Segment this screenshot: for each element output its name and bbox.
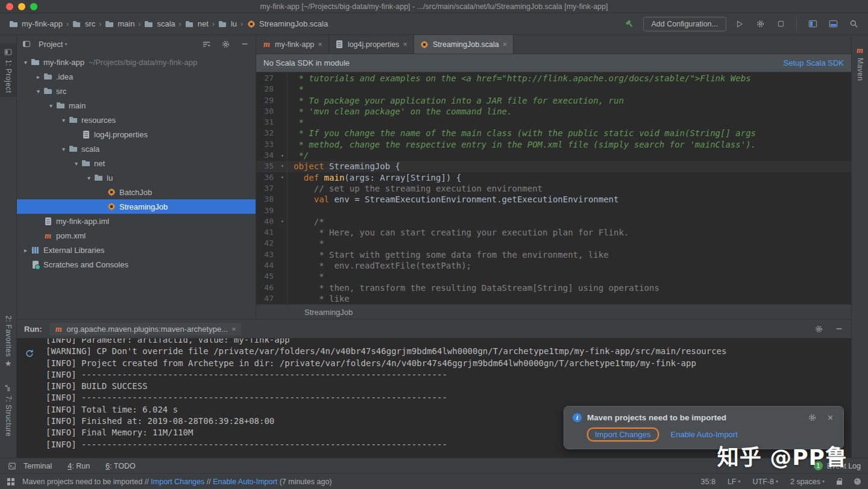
add-configuration-button[interactable]: Add Configuration... xyxy=(643,17,727,31)
breadcrumb-item-lu[interactable]: lu xyxy=(216,18,239,30)
run-configuration-tab[interactable]: org.apache.maven.plugins:maven-archetype… xyxy=(49,323,241,335)
tree-toggle-icon[interactable]: ▾ xyxy=(46,102,56,109)
tree-item-scratches-and-consoles[interactable]: Scratches and Consoles xyxy=(17,257,256,272)
tree-toggle-icon[interactable]: ▾ xyxy=(33,88,43,95)
project-structure-icon[interactable] xyxy=(805,17,820,31)
status-import-changes-link[interactable]: Import Changes xyxy=(151,478,204,486)
editor-tab-streamingjob.scala[interactable]: StreamingJob.scala× xyxy=(414,35,514,54)
code-line-45[interactable]: 45 * xyxy=(256,271,851,282)
code-line-33[interactable]: 33 * method, change the respective entry… xyxy=(256,139,851,150)
minimize-window-button[interactable] xyxy=(18,3,25,10)
tree-item-scala[interactable]: ▾scala xyxy=(17,142,256,156)
import-changes-button[interactable]: Import Changes xyxy=(587,428,659,441)
tree-item-net[interactable]: ▾net xyxy=(17,156,256,170)
breadcrumb-item-src[interactable]: src xyxy=(71,18,97,30)
fold-marker-icon[interactable]: ▾ xyxy=(278,216,288,227)
tree-item-my-fink-app[interactable]: ▾my-fink-app~/Projects/big-data/my-fink-… xyxy=(17,55,256,69)
indent-widget[interactable]: 2 spaces▾ xyxy=(790,478,825,486)
tree-toggle-icon[interactable]: ▾ xyxy=(84,175,94,181)
tab-close-icon[interactable]: × xyxy=(231,325,236,333)
code-line-46[interactable]: 46 * then, transform the resulting DataS… xyxy=(256,282,851,293)
tree-item-batchjob[interactable]: BatchJob xyxy=(17,185,256,199)
code-line-38[interactable]: 38 val env = StreamExecutionEnvironment.… xyxy=(256,194,851,205)
code-line-36[interactable]: 36▾ def main(args: Array[String]) { xyxy=(256,172,851,183)
hector-inspections-icon[interactable] xyxy=(854,478,861,485)
fold-marker-icon[interactable]: ▴ xyxy=(278,150,288,161)
editor-tab-log4j.properties[interactable]: log4j.properties× xyxy=(329,35,414,54)
tree-toggle-icon[interactable]: ▸ xyxy=(20,247,31,254)
view-options-icon[interactable] xyxy=(201,39,211,49)
tree-toggle-icon[interactable]: ▾ xyxy=(58,117,69,123)
tree-item-src[interactable]: ▾src xyxy=(17,84,256,98)
code-line-44[interactable]: 44 * env.readTextFile(textPath); xyxy=(256,260,851,271)
build-hammer-icon[interactable] xyxy=(623,17,637,31)
tool-button-structure[interactable]: 7: Structure xyxy=(0,379,16,440)
tree-item-my-fink-app.iml[interactable]: my-fink-app.iml xyxy=(17,214,256,228)
code-line-27[interactable]: 27 * tutorials and examples on the <a hr… xyxy=(256,73,851,84)
code-line-41[interactable]: 41 * Here, you can start creating your e… xyxy=(256,227,851,238)
code-line-47[interactable]: 47 * like xyxy=(256,293,851,304)
tool-window-switcher-icon[interactable] xyxy=(7,478,10,481)
tree-item-.idea[interactable]: ▸.idea xyxy=(17,69,256,84)
editor-tab-my-fink-app[interactable]: my-fink-app× xyxy=(256,35,329,54)
tree-toggle-icon[interactable]: ▾ xyxy=(71,160,81,167)
tree-item-lu[interactable]: ▾lu xyxy=(17,170,256,185)
rerun-icon[interactable] xyxy=(23,347,36,360)
favorites-star-icon[interactable]: ★ xyxy=(0,359,16,368)
breadcrumb-item-main[interactable]: main xyxy=(103,18,136,30)
breadcrumb-item-streamingjob.scala[interactable]: StreamingJob.scala xyxy=(245,18,330,30)
tree-item-resources[interactable]: ▾resources xyxy=(17,113,256,127)
tree-toggle-icon[interactable]: ▾ xyxy=(20,59,31,66)
tool-button-project[interactable]: 1: Project xyxy=(0,43,16,97)
code-line-40[interactable]: 40▾ /* xyxy=(256,216,851,227)
tool-button-favorites[interactable]: 2: Favorites xyxy=(0,312,16,361)
code-line-37[interactable]: 37 // set up the streaming execution env… xyxy=(256,183,851,194)
run-gear-icon[interactable] xyxy=(814,324,823,334)
enable-auto-import-link[interactable]: Enable Auto-Import xyxy=(671,430,738,439)
code-line-29[interactable]: 29 * To package your application into a … xyxy=(256,95,851,106)
code-line-42[interactable]: 42 * xyxy=(256,238,851,249)
code-line-32[interactable]: 32 * If you change the name of the main … xyxy=(256,128,851,139)
status-enable-auto-import-link[interactable]: Enable Auto-Import xyxy=(213,478,277,486)
zoom-window-button[interactable] xyxy=(30,3,37,10)
breadcrumb-item-net[interactable]: net xyxy=(183,18,210,30)
breadcrumb-item-scala[interactable]: scala xyxy=(142,18,177,30)
tree-toggle-icon[interactable]: ▸ xyxy=(33,73,43,80)
fold-marker-icon[interactable]: ▾ xyxy=(278,161,288,172)
breadcrumb-item-my-fink-app[interactable]: my-fink-app xyxy=(7,18,64,30)
code-line-31[interactable]: 31 * xyxy=(256,117,851,128)
tool-window-button-terminal[interactable]: Terminal xyxy=(7,461,52,470)
code-line-43[interactable]: 43 * Start with getting some data from t… xyxy=(256,249,851,260)
stop-icon[interactable] xyxy=(773,17,788,31)
tool-window-button-4-run[interactable]: 4: Run xyxy=(68,461,90,470)
tree-item-pom.xml[interactable]: pom.xml xyxy=(17,228,256,243)
tab-close-icon[interactable]: × xyxy=(403,40,407,48)
code-editor[interactable]: 27 * tutorials and examples on the <a hr… xyxy=(256,72,851,304)
code-line-34[interactable]: 34▴ */ xyxy=(256,150,851,161)
tool-button-maven[interactable]: Maven xyxy=(852,42,868,85)
project-view-selector[interactable]: Project ▾ xyxy=(39,40,67,49)
hide-icon[interactable] xyxy=(240,39,250,49)
line-separator-widget[interactable]: LF▾ xyxy=(728,478,741,486)
editor-breadcrumb-item[interactable]: StreamingJob xyxy=(304,308,353,317)
tab-close-icon[interactable]: × xyxy=(503,40,508,48)
code-line-35[interactable]: 35▾object StreamingJob { xyxy=(256,161,851,172)
setup-scala-sdk-link[interactable]: Setup Scala SDK xyxy=(784,58,844,67)
tool-window-layout-icon[interactable] xyxy=(826,17,840,31)
encoding-widget[interactable]: UTF-8▾ xyxy=(753,478,778,486)
readonly-lock-icon[interactable] xyxy=(837,481,842,485)
notification-close-icon[interactable] xyxy=(825,413,835,422)
run-play-icon[interactable] xyxy=(732,17,747,31)
close-window-button[interactable] xyxy=(6,3,13,10)
gear-icon[interactable] xyxy=(753,17,767,31)
gear-icon[interactable] xyxy=(221,39,230,49)
code-line-39[interactable]: 39 xyxy=(256,205,851,216)
tree-item-main[interactable]: ▾main xyxy=(17,98,256,113)
tree-item-log4j.properties[interactable]: log4j.properties xyxy=(17,127,256,142)
code-line-28[interactable]: 28 * xyxy=(256,84,851,95)
tree-item-streamingjob[interactable]: StreamingJob xyxy=(17,199,256,214)
tree-item-external-libraries[interactable]: ▸External Libraries xyxy=(17,243,256,257)
caret-position-widget[interactable]: 35:8 xyxy=(701,478,715,486)
code-line-30[interactable]: 30 * 'mvn clean package' on the command … xyxy=(256,106,851,117)
fold-marker-icon[interactable]: ▾ xyxy=(278,172,288,183)
